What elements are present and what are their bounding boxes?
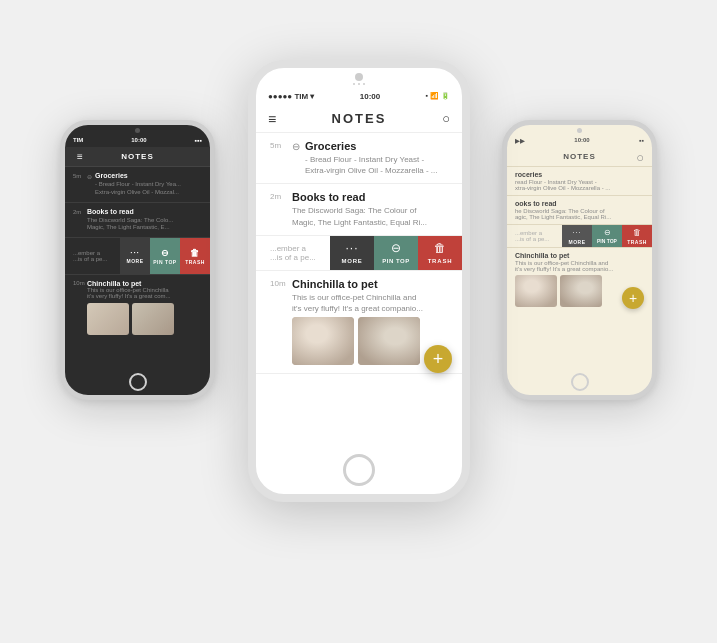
swipe-actions-center: ··· MORE ⊖ PIN TOP 🗑 TRASH bbox=[330, 236, 462, 270]
pin-icon-action-right: ⊖ bbox=[604, 228, 611, 237]
note-content-left: Groceries - Bread Flour - Instant Dry Ye… bbox=[95, 172, 202, 197]
books-preview2-right: agic, The Light Fantastic, Equal Ri... bbox=[515, 214, 644, 220]
action-more-right[interactable]: ··· MORE bbox=[562, 225, 592, 247]
chinchilla-images-center: + bbox=[256, 317, 462, 373]
books-preview2-center: Magic, The Light Fantastic, Equal Ri... bbox=[292, 217, 427, 228]
time-right: 10:00 bbox=[574, 137, 589, 143]
swipe-row-center: ...ember a ...is of a pe... ··· MORE ⊖ P… bbox=[256, 236, 462, 271]
books-preview2-left: Magic, The Light Fantastic, E... bbox=[87, 224, 202, 232]
swipe-actions-right: ··· MORE ⊖ PIN TOP 🗑 TRASH bbox=[562, 225, 652, 247]
trash-icon-center: 🗑 bbox=[434, 241, 446, 255]
trash-label-left: TRASH bbox=[185, 259, 205, 265]
title-right: NOTES bbox=[563, 152, 596, 161]
groceries-preview2-left: Extra-virgin Olive Oil - Mozzal... bbox=[95, 189, 202, 197]
groceries-content-center: Groceries - Bread Flour - Instant Dry Ye… bbox=[305, 140, 437, 176]
img-chin-2-right bbox=[560, 275, 602, 307]
more-dots-right: ··· bbox=[572, 228, 582, 237]
action-trash-left[interactable]: 🗑 TRASH bbox=[180, 238, 210, 274]
header-right: ○ NOTES bbox=[507, 147, 652, 167]
more-dots-center: ··· bbox=[345, 241, 358, 255]
action-pin-center[interactable]: ⊖ PIN TOP bbox=[374, 236, 418, 270]
more-label-left: MORE bbox=[127, 258, 144, 264]
chinchilla-preview2-right: it's very fluffy! It's a great companio.… bbox=[515, 266, 644, 272]
action-more-center[interactable]: ··· MORE bbox=[330, 236, 374, 270]
status-bar-center: ●●●●● TIM ▾ 10:00 ▪ 📶 🔋 bbox=[256, 87, 462, 105]
screen-right: roceries read Flour - Instant Dry Yeast … bbox=[507, 167, 652, 369]
pin-label-right: PIN TOP bbox=[597, 239, 617, 245]
camera-dot-center bbox=[355, 73, 363, 81]
books-content-left: Books to read The Discworld Saga: The Co… bbox=[87, 208, 202, 233]
note-chinchilla-right[interactable]: Chinchilla to pet This is our office-pet… bbox=[507, 248, 652, 310]
home-btn-right[interactable] bbox=[571, 373, 589, 391]
note-groceries-left[interactable]: 5m ⊖ Groceries - Bread Flour - Instant D… bbox=[65, 167, 210, 203]
pin-icon-action-left: ⊖ bbox=[161, 248, 170, 258]
img-chinchilla-2-left bbox=[132, 303, 174, 335]
books-time-center: 2m bbox=[270, 191, 292, 201]
groceries-title-right: roceries bbox=[515, 171, 644, 178]
home-btn-left[interactable] bbox=[129, 373, 147, 391]
partial-note-center: ...ember a ...is of a pe... bbox=[256, 236, 330, 270]
groceries-title-center: Groceries bbox=[305, 140, 437, 152]
pin-icon-left: ⊖ bbox=[87, 173, 92, 197]
groceries-title-left: Groceries bbox=[95, 172, 202, 179]
groceries-preview-center: - Bread Flour - Instant Dry Yeast - bbox=[305, 154, 437, 165]
partial-note-left: ...ember a ...is of a pe... bbox=[65, 245, 120, 267]
trash-icon-left: 🗑 bbox=[190, 248, 200, 258]
note-books-right[interactable]: ooks to read he Discworld Saga: The Colo… bbox=[507, 196, 652, 225]
note-groceries-center[interactable]: 5m ⊖ Groceries - Bread Flour - Instant D… bbox=[256, 133, 462, 184]
note-books-center[interactable]: 2m Books to read The Discworld Saga: The… bbox=[256, 184, 462, 235]
groceries-preview2-right: xtra-virgin Olive Oil - Mozzarella - ... bbox=[515, 185, 644, 191]
more-dots-left: ··· bbox=[130, 248, 140, 257]
chinchilla-content-left: Chinchilla to pet This is our office-pet… bbox=[87, 280, 171, 299]
note-chinchilla-left[interactable]: 10m Chinchilla to pet This is our office… bbox=[65, 274, 210, 340]
chinchilla-time-left: 10m bbox=[73, 280, 87, 286]
groceries-preview2-center: Extra-virgin Olive Oil - Mozzarella - ..… bbox=[305, 165, 437, 176]
note-groceries-right[interactable]: roceries read Flour - Instant Dry Yeast … bbox=[507, 167, 652, 196]
pin-label-center: PIN TOP bbox=[382, 258, 409, 265]
fab-button-right[interactable]: + bbox=[622, 287, 644, 309]
partial-text2-center: ...is of a pe... bbox=[270, 253, 316, 262]
more-label-right: MORE bbox=[569, 239, 586, 245]
books-title-left: Books to read bbox=[87, 208, 202, 215]
swipe-row-right: ...ember a ...is of a pe... ··· MORE ⊖ P… bbox=[507, 225, 652, 248]
books-preview-left: The Discworld Saga: The Colo... bbox=[87, 217, 202, 225]
swipe-actions-left: ··· MORE ⊖ PIN TOP 🗑 TRASH bbox=[120, 238, 210, 274]
search-icon-center[interactable]: ○ bbox=[442, 111, 450, 126]
chinchilla-preview2-left: it's very fluffy! It's a great com... bbox=[87, 293, 171, 299]
time-center: 10:00 bbox=[360, 92, 380, 101]
swipe-row-left: ...ember a ...is of a pe... ··· MORE ⊖ P… bbox=[65, 238, 210, 274]
action-trash-center[interactable]: 🗑 TRASH bbox=[418, 236, 462, 270]
books-title-right: ooks to read bbox=[515, 200, 644, 207]
trash-label-right: TRASH bbox=[627, 239, 647, 245]
battery-center: ▪ 📶 🔋 bbox=[426, 92, 450, 100]
phone-right: ▶▶ 10:00 ▪▪ ○ NOTES roceries read Flour … bbox=[502, 120, 657, 400]
action-pin-left[interactable]: ⊖ PIN TOP bbox=[150, 238, 180, 274]
header-left: ≡ NOTES bbox=[65, 147, 210, 167]
action-pin-right[interactable]: ⊖ PIN TOP bbox=[592, 225, 622, 247]
home-btn-center[interactable] bbox=[343, 454, 375, 486]
speaker-center bbox=[353, 83, 365, 85]
note-books-left[interactable]: 2m Books to read The Discworld Saga: The… bbox=[65, 203, 210, 239]
carrier-right: ▶▶ bbox=[515, 137, 525, 144]
search-icon-right[interactable]: ○ bbox=[636, 149, 644, 164]
menu-icon-left[interactable]: ≡ bbox=[77, 151, 83, 162]
books-title-center: Books to read bbox=[292, 191, 427, 203]
action-more-left[interactable]: ··· MORE bbox=[120, 238, 150, 274]
partial-text2-left: ...is of a pe... bbox=[73, 256, 112, 262]
menu-icon-center[interactable]: ≡ bbox=[268, 111, 276, 127]
chinchilla-content-center: Chinchilla to pet This is our office-pet… bbox=[292, 278, 423, 314]
partial-note-right: ...ember a ...is of a pe... bbox=[507, 225, 562, 247]
chinchilla-images-left bbox=[73, 303, 202, 335]
chinchilla-title-center: Chinchilla to pet bbox=[292, 278, 423, 290]
note-chinchilla-center[interactable]: 10m Chinchilla to pet This is our office… bbox=[256, 271, 462, 374]
chinchilla-header-center: 10m Chinchilla to pet This is our office… bbox=[256, 271, 462, 317]
action-trash-right[interactable]: 🗑 TRASH bbox=[622, 225, 652, 247]
chinchilla-title-right: Chinchilla to pet bbox=[515, 252, 644, 259]
books-time-left: 2m bbox=[73, 208, 87, 233]
more-label-center: MORE bbox=[341, 258, 362, 264]
screen-left: 5m ⊖ Groceries - Bread Flour - Instant D… bbox=[65, 167, 210, 369]
fab-button-center[interactable]: + bbox=[424, 345, 452, 373]
status-bar-left: TIM 10:00 ▪▪▪ bbox=[65, 133, 210, 147]
phone-left: TIM 10:00 ▪▪▪ ≡ NOTES 5m ⊖ Groceries - B… bbox=[60, 120, 215, 400]
books-content-center: Books to read The Discworld Saga: The Co… bbox=[292, 191, 427, 227]
